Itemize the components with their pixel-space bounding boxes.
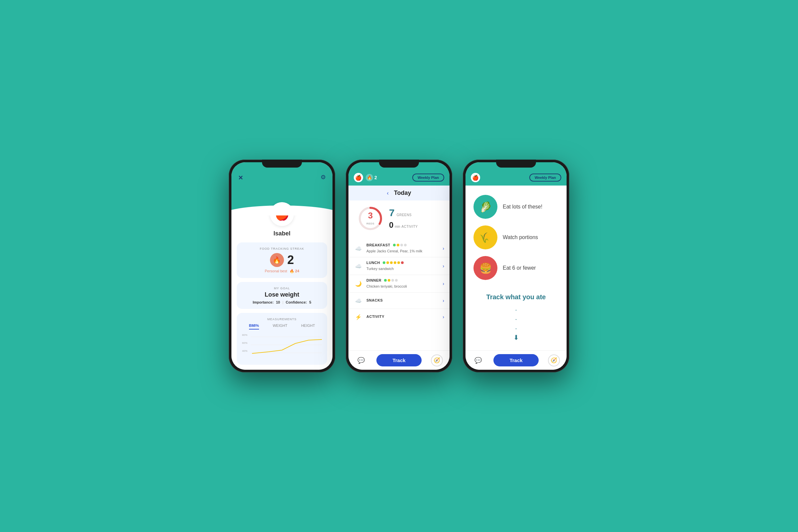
lunch-desc: Turkey sandwich	[366, 267, 394, 271]
personal-best-value: 24	[295, 269, 299, 273]
compass-button[interactable]: 🧭	[431, 355, 443, 366]
dinner-title-row: DINNER	[366, 278, 442, 282]
greens-stat: 7 GREENS	[389, 207, 418, 218]
phone3-content: 🥬 Eat lots of these! 🌾 Watch portions 🍔	[466, 186, 567, 350]
notch-1	[262, 159, 302, 168]
flame-icon: 🔥	[270, 253, 284, 267]
guide-yellow-text: Watch portions	[503, 234, 538, 241]
dot	[393, 244, 396, 246]
dot	[383, 261, 385, 264]
breakfast-icon: ☁️	[354, 244, 363, 253]
track-button[interactable]: Track	[376, 354, 421, 366]
chat-button[interactable]: 💬	[355, 355, 367, 366]
phone-1-inner: ✕ ⚙ 🍎 Isabel FOOD TRACKING STREAK 🔥 2	[231, 162, 332, 370]
dot	[400, 244, 403, 246]
meal-dinner[interactable]: 🌙 DINNER Chicken teriyaki, broccoli	[348, 275, 450, 292]
tab-height[interactable]: HEIGHT	[301, 324, 315, 329]
breakfast-desc: Apple Jacks Cereal, Pear, 1% milk	[366, 249, 422, 253]
today-title: Today	[394, 190, 411, 196]
activity-title-row: ACTIVITY	[366, 315, 442, 319]
snacks-title-row: SNACKS	[366, 298, 442, 302]
lunch-name: LUNCH	[366, 261, 380, 265]
back-arrow[interactable]: ‹	[387, 190, 389, 196]
phone3-weekly-plan-button[interactable]: Weekly Plan	[529, 174, 561, 182]
phone-2: 🍎 🔥 2 Weekly Plan ‹ Today	[346, 159, 452, 373]
flame-small-icon: 🔥	[366, 174, 373, 181]
dot	[401, 261, 404, 264]
dot	[404, 244, 407, 246]
breakfast-dots	[393, 244, 407, 246]
goal-card: MY GOAL Lose weight Importance: 10 | Con…	[237, 282, 327, 309]
guide-circle-red: 🍔	[474, 256, 497, 280]
tab-bmi[interactable]: BMI%	[249, 324, 259, 329]
phone1-header: ✕ ⚙ 🍎	[231, 162, 332, 215]
guide-red-text: Eat 6 or fewer	[503, 265, 536, 271]
yellow-emoji: 🌾	[479, 232, 492, 243]
dot	[386, 261, 389, 264]
phone3-chat-button[interactable]: 💬	[472, 355, 484, 366]
meal-activity[interactable]: ⚡ ACTIVITY ›	[348, 309, 450, 325]
flame-badge: 🔥 2	[366, 174, 377, 181]
username: Isabel	[237, 230, 327, 237]
reds-circle: 3 REDS	[357, 205, 384, 232]
streak-label: FOOD TRACKING STREAK	[242, 247, 322, 250]
meal-lunch[interactable]: ☁️ LUNCH	[348, 258, 450, 275]
phone1-content: Isabel FOOD TRACKING STREAK 🔥 2 Personal…	[231, 215, 332, 370]
phone3-compass-button[interactable]: 🧭	[548, 355, 560, 366]
breakfast-title-row: BREAKFAST	[366, 243, 442, 247]
lunch-arrow: ›	[442, 263, 444, 269]
chart-area: 80% 60% 40%	[242, 334, 322, 360]
dot	[397, 244, 399, 246]
lunch-info: LUNCH Turkey sandwich	[366, 261, 442, 271]
dinner-name: DINNER	[366, 278, 381, 282]
weekly-plan-button[interactable]: Weekly Plan	[412, 174, 444, 182]
greens-number: 7	[389, 207, 395, 218]
streak-count: 2	[374, 175, 377, 180]
guide-greens: 🥬 Eat lots of these!	[474, 195, 558, 219]
dot	[395, 279, 398, 282]
notch-2	[379, 159, 419, 168]
meal-snacks[interactable]: ☁️ SNACKS ›	[348, 292, 450, 309]
personal-best: Personal best 🔥 24	[242, 269, 322, 273]
snacks-icon: ☁️	[354, 296, 363, 305]
breakfast-arrow: ›	[442, 246, 444, 251]
dot	[390, 261, 393, 264]
dinner-info: DINNER Chicken teriyaki, broccoli	[366, 278, 442, 289]
measurements-tabs: BMI% WEIGHT HEIGHT	[242, 324, 322, 329]
track-what-title: Track what you ate	[474, 293, 558, 301]
guide-greens-text: Eat lots of these!	[503, 204, 542, 210]
streak-number: 2	[287, 253, 294, 267]
red-emoji: 🍔	[479, 262, 492, 274]
breakfast-name: BREAKFAST	[366, 243, 391, 247]
dinner-arrow: ›	[442, 281, 444, 286]
activity-name: ACTIVITY	[366, 315, 384, 319]
reds-center: 3 REDS	[366, 211, 374, 226]
measurements-card: MEASUREMENTS BMI% WEIGHT HEIGHT 80% 60% …	[237, 313, 327, 365]
phone-3: 🍎 Weekly Plan 🥬 Eat lots of these! 🌾	[463, 159, 569, 373]
phone-3-inner: 🍎 Weekly Plan 🥬 Eat lots of these! 🌾	[466, 162, 567, 370]
breakfast-info: BREAKFAST Apple Jacks Cereal, Pear, 1% m…	[366, 243, 442, 254]
phone3-track-button[interactable]: Track	[493, 354, 538, 366]
phone-1: ✕ ⚙ 🍎 Isabel FOOD TRACKING STREAK 🔥 2	[229, 159, 335, 373]
stats-right: 7 GREENS 0 min ACTIVITY	[389, 207, 418, 230]
activity-stat: 0 min ACTIVITY	[389, 221, 418, 230]
dot	[388, 279, 391, 282]
meal-breakfast[interactable]: ☁️ BREAKFAST Apple Jacks Cereal, Pear,	[348, 240, 450, 258]
phone3-bottom-nav: 💬 Track 🧭	[466, 350, 567, 370]
lunch-icon: ☁️	[354, 261, 363, 271]
dinner-icon: 🌙	[354, 279, 363, 288]
gear-icon[interactable]: ⚙	[321, 174, 326, 181]
close-button[interactable]: ✕	[238, 174, 243, 182]
down-arrow-dashed: ···⬇	[474, 305, 558, 342]
notch-3	[496, 159, 536, 168]
dot	[394, 261, 396, 264]
streak-card: FOOD TRACKING STREAK 🔥 2 Personal best 🔥…	[237, 242, 327, 278]
activity-icon: ⚡	[354, 312, 363, 322]
phone2-bottom-nav: 💬 Track 🧭	[348, 350, 450, 370]
snacks-info: SNACKS	[366, 298, 442, 303]
goal-label: MY GOAL	[242, 287, 322, 290]
phones-container: ✕ ⚙ 🍎 Isabel FOOD TRACKING STREAK 🔥 2	[229, 159, 569, 373]
tab-weight[interactable]: WEIGHT	[273, 324, 287, 329]
guide-circle-yellow: 🌾	[474, 225, 497, 249]
phone3-apple-icon: 🍎	[471, 173, 480, 182]
